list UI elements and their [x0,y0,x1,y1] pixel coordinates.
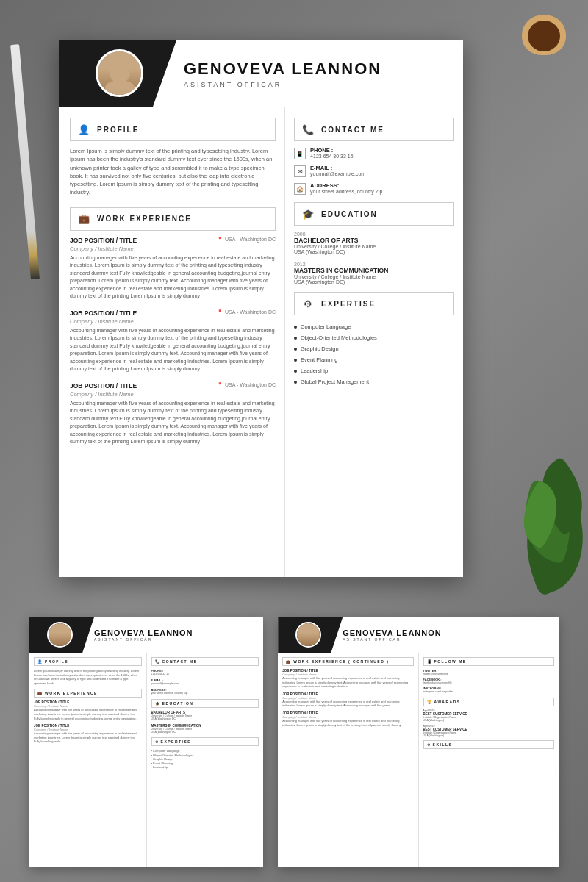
mini-job-cont-desc-1: Accounting manager with five years of ac… [282,676,413,689]
bullet-icon-2 [294,337,297,340]
expertise-item-3: Graphic Design [294,343,454,354]
job-desc-1: Accounting manager with five years of ac… [70,254,276,301]
mini-follow-header: 📱 FOLLOW ME [423,657,554,666]
bottom-preview-pages: GENOVEVA LEANNON ASISTANT OFFICAR 👤 PROF… [29,617,559,867]
mini-edu-title-1: EDUCATION [162,701,194,706]
mini-skills-header: ⚙ SKILLS [423,740,554,749]
mini-page-1: GENOVEVA LEANNON ASISTANT OFFICAR 👤 PROF… [29,617,263,867]
edu-degree-2: MASTERS IN COMMUNICATION [294,267,454,274]
mini-job-cont-desc-3: Accounting manager with five years of ac… [282,719,413,727]
expertise-section-header: ⚙ EXPERTISE [294,292,454,315]
education-section-title: EDUCATION [321,210,378,218]
contact-section-title: CONTACT ME [321,126,384,134]
mini-profile-icon-1: 👤 [37,659,42,664]
mini-follow-title: FOLLOW ME [434,659,467,664]
mini-col-left-2: 💼 WORK EXPERIENCE ( CONTINUED ) JOB POSI… [278,653,417,867]
mini-name-2: GENOVEVA LEANNON [343,628,442,637]
mini-header-text-2: GENOVEVA LEANNON ASISTANT OFFICAR [343,628,442,642]
mini-twitter: TWITTER twitter.com/userprofile [423,669,554,675]
mini-body-2: 💼 WORK EXPERIENCE ( CONTINUED ) JOB POSI… [278,653,559,867]
mini-skills-title: SKILLS [433,742,453,747]
expertise-item-4: Event Planning [294,354,454,365]
mini-job-cont-3: JOB POSITION / TITLE Company / Institute… [282,711,413,727]
location-pin-icon-2: 📍 [217,309,223,315]
mini-awards-header: 🏆 AWARADS [423,698,554,706]
edu-year-1: 2008 [294,232,454,237]
edu-location-2: USA (Washington DC) [294,279,454,284]
avatar [96,49,143,97]
mini-work-title-1: WORK EXPERIENCE [45,691,98,695]
decorative-coffee-cup [522,15,566,55]
mini-address-1: ADDRESS: your street address, country Zi… [151,688,259,695]
mini-award-2: April 2019 BEST CUSTOMER SERVICE Institu… [423,725,554,737]
edu-location-1: USA (Washington DC) [294,249,454,254]
contact-email-text: E-MAIL : yourmail@example.com [310,165,365,176]
mini-work-icon-1: 💼 [37,691,42,695]
mini-profile-text-1: Lorem ipsum is simply dummy text of the … [34,669,142,685]
mini-email-1: E-MAIL : yourmail@example.com [151,678,259,685]
mini-header-text-1: GENOVEVA LEANNON ASISTANT OFFICAR [94,628,193,642]
mini-job-cont-2: JOB POSITION / TITLE Company / Institute… [282,692,413,708]
mini-name-1: GENOVEVA LEANNON [94,628,193,637]
mini-edu-2: MASTERS IN COMMUNICATION University / Co… [151,724,259,734]
job-title-2: JOB POSITION / TITLE [70,309,137,317]
mini-avatar-image-2 [297,623,320,646]
education-section-header: 🎓 EDUCATION [294,202,454,226]
address-icon: 🏠 [294,183,306,195]
bullet-icon-3 [294,348,297,351]
mini-expertise-list-1: • Computer Language• Object-Oriented Met… [151,749,259,770]
contact-address: 🏠 ADDRESS: your street address, country … [294,182,454,195]
phone-value: +123 654 30 33 15 [310,154,354,159]
expertise-item-1: Computer Language [294,321,454,332]
mini-page-2: GENOVEVA LEANNON ASISTANT OFFICAR 💼 WORK… [278,617,559,867]
mini-work-continued-header: 💼 WORK EXPERIENCE ( CONTINUED ) [282,657,413,666]
edu-institution-2: University / College / Institute Name [294,274,454,279]
decorative-plant [500,456,588,603]
bullet-icon-5 [294,370,297,373]
mini-profile-header-1: 👤 PROFILE [34,657,142,666]
mini-avatar-1 [47,622,73,648]
bullet-icon-1 [294,326,297,329]
profile-text: Lorem Ipsum is simply dummy text of the … [70,147,276,197]
profile-icon: 👤 [76,122,91,137]
avatar-image [98,51,141,95]
work-section-header: 💼 WORK EXPERIENCE [70,207,276,231]
person-title: ASISTANT OFFICAR [184,81,381,88]
location-pin-icon-3: 📍 [217,382,223,388]
address-label: ADDRESS: [310,182,384,189]
job-company-3: Company / Institute Name [70,391,276,398]
mini-body-1: 👤 PROFILE Lorem ipsum is simply dummy te… [29,653,263,867]
edu-institution-1: University / College / Institute Name [294,244,454,249]
mini-expertise-title-1: EXPERTISE [161,739,192,744]
header-text-block: GENOVEVA LEANNON ASISTANT OFFICAR [184,60,381,88]
person-name: GENOVEVA LEANNON [184,60,381,79]
job-header-3: JOB POSITION / TITLE 📍 USA - Washington … [70,382,276,390]
mini-instagram: INSTAGRAM instagram.com/userprofile [423,686,554,693]
location-pin-icon: 📍 [217,237,223,243]
job-company-1: Company / Institute Name [70,245,276,252]
mini-contact-icon-1: 📞 [155,659,159,664]
mini-col-right-1: 📞 CONTACT ME PHONE : +123 654 32 15 E-MA… [146,653,264,867]
profile-section-title: PROFILE [97,126,139,134]
job-title-3: JOB POSITION / TITLE [70,382,137,390]
work-icon: 💼 [76,212,91,226]
mini-avatar-image-1 [49,623,71,646]
email-icon: ✉ [294,165,306,177]
mini-edu-1: BACHELOR OF ARTS University / College / … [151,711,259,720]
contact-phone-text: PHONE : +123 654 30 33 15 [310,147,354,159]
expertise-item-2: Object-Oriented Methodologies [294,332,454,343]
mini-col-right-2: 📱 FOLLOW ME TWITTER twitter.com/userprof… [418,653,559,867]
mini-edu-header-1: 🎓 EDUCATION [151,699,259,708]
mini-contact-title-1: CONTACT ME [162,659,198,664]
address-value: your street address, country Zip. [310,189,384,194]
work-section-title: WORK EXPERIENCE [97,215,192,223]
mini-job-2: JOB POSITION / TITLE Company / Institute… [34,724,142,744]
email-label: E-MAIL : [310,165,365,171]
contact-address-text: ADDRESS: your street address, country Zi… [310,182,384,194]
mini-facebook: FACEBOOK : facebook.com/userprofile [423,678,554,684]
mini-header-2: GENOVEVA LEANNON ASISTANT OFFICAR [278,617,559,653]
contact-section-header: 📞 CONTACT ME [294,118,454,141]
main-resume-page: GENOVEVA LEANNON ASISTANT OFFICAR 👤 PROF… [59,40,463,577]
job-header-1: JOB POSITION / TITLE 📍 USA - Washington … [70,237,276,244]
job-title-1: JOB POSITION / TITLE [70,237,137,244]
